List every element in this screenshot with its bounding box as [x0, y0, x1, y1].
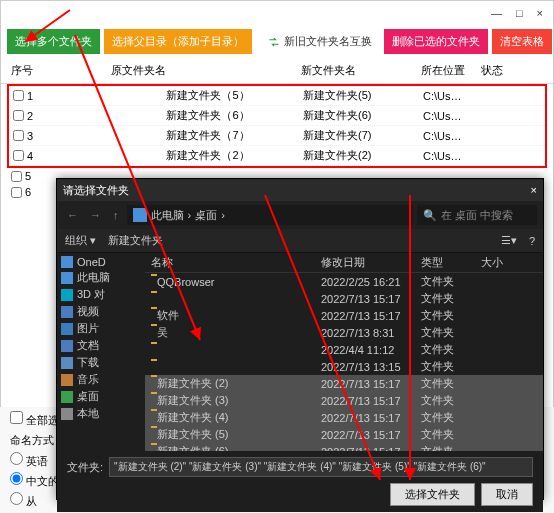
dialog-sidebar: OneD此电脑3D 对视频图片文档下载音乐桌面本地	[57, 253, 145, 451]
ico-3d-icon	[61, 289, 73, 301]
nav-up-icon[interactable]: ↑	[109, 207, 123, 223]
lang-en-radio[interactable]: 英语	[10, 452, 48, 469]
dialog-title: 请选择文件夹	[63, 183, 129, 198]
clear-table-button[interactable]: 清空表格	[492, 29, 552, 54]
naming-label: 命名方式	[10, 433, 54, 448]
file-row[interactable]: 新建文件夹 (3)2022/7/13 15:17文件夹	[145, 392, 543, 409]
sidebar-item[interactable]: 本地	[57, 405, 145, 422]
from-radio[interactable]: 从	[10, 492, 37, 509]
sidebar-item[interactable]: 音乐	[57, 371, 145, 388]
sidebar-item[interactable]: 视频	[57, 303, 145, 320]
col-location: 所在位置	[417, 60, 477, 81]
ico-desk-icon	[61, 391, 73, 403]
sidebar-item[interactable]: 3D 对	[57, 286, 145, 303]
file-row[interactable]: 吴2022/7/13 8:31文件夹	[145, 324, 543, 341]
col-old-name: 原文件夹名	[107, 60, 297, 81]
file-row[interactable]: QQBrowser2022/2/25 16:21文件夹	[145, 273, 543, 290]
ico-music-icon	[61, 374, 73, 386]
ico-down-icon	[61, 357, 73, 369]
col-status: 状态	[477, 60, 517, 81]
select-parent-dir-button[interactable]: 选择父目录（添加子目录）	[104, 29, 252, 54]
search-icon: 🔍	[423, 209, 437, 222]
file-list-header: 名称 修改日期 类型 大小	[145, 253, 543, 273]
dialog-bottom: 文件夹: 选择文件夹 取消	[57, 451, 543, 512]
sidebar-item[interactable]: 此电脑	[57, 269, 145, 286]
table-row[interactable]: 1新建文件夹（5）新建文件夹(5)C:\Us…	[9, 86, 545, 106]
sidebar-item[interactable]: 桌面	[57, 388, 145, 405]
minimize-button[interactable]: —	[491, 7, 502, 19]
file-row[interactable]: 新建文件夹 (6)2022/7/13 15:17文件夹	[145, 443, 543, 451]
swap-icon	[268, 36, 280, 48]
row-checkbox[interactable]	[13, 90, 24, 101]
dialog-title-bar: 请选择文件夹 ×	[57, 179, 543, 201]
title-bar: — □ ×	[1, 1, 553, 25]
select-folder-ok-button[interactable]: 选择文件夹	[390, 483, 475, 506]
file-list: 名称 修改日期 类型 大小 QQBrowser2022/2/25 16:21文件…	[145, 253, 543, 451]
row-checkbox[interactable]	[11, 171, 22, 182]
file-row[interactable]: 新建文件夹 (5)2022/7/13 15:17文件夹	[145, 426, 543, 443]
nav-fwd-icon[interactable]: →	[86, 207, 105, 223]
file-row[interactable]: 2022/7/13 15:17文件夹	[145, 290, 543, 307]
table-row[interactable]: 4新建文件夹（2）新建文件夹(2)C:\Us…	[9, 146, 545, 166]
table-row[interactable]: 3新建文件夹（7）新建文件夹(7)C:\Us…	[9, 126, 545, 146]
col-new-name: 新文件夹名	[297, 60, 417, 81]
table-header: 序号 原文件夹名 新文件夹名 所在位置 状态	[1, 58, 553, 84]
row-checkbox[interactable]	[11, 187, 22, 198]
lang-cn-radio[interactable]: 中文的	[10, 472, 59, 489]
ico-pic-icon	[61, 323, 73, 335]
row-checkbox[interactable]	[13, 150, 24, 161]
organize-menu[interactable]: 组织 ▾	[65, 233, 96, 248]
select-multi-folder-button[interactable]: 选择多个文件夹	[7, 29, 100, 54]
file-row[interactable]: 软件2022/7/13 15:17文件夹	[145, 307, 543, 324]
dialog-close-button[interactable]: ×	[531, 184, 537, 196]
sidebar-item[interactable]: OneD	[57, 255, 145, 269]
delete-selected-button[interactable]: 删除已选的文件夹	[384, 29, 488, 54]
row-checkbox[interactable]	[13, 110, 24, 121]
cancel-button[interactable]: 取消	[481, 483, 533, 506]
ico-cloud-icon	[61, 256, 73, 268]
close-button[interactable]: ×	[537, 7, 543, 19]
view-icon[interactable]: ☰▾	[501, 234, 517, 247]
row-checkbox[interactable]	[13, 130, 24, 141]
ico-video-icon	[61, 306, 73, 318]
col-seq: 序号	[7, 60, 47, 81]
filename-label: 文件夹:	[67, 460, 103, 475]
file-row[interactable]: 新建文件夹 (2)2022/7/13 15:17文件夹	[145, 375, 543, 392]
maximize-button[interactable]: □	[516, 7, 523, 19]
dialog-toolbar: 组织 ▾ 新建文件夹 ☰▾ ?	[57, 229, 543, 253]
breadcrumb[interactable]: 此电脑 › 桌面 ›	[127, 205, 414, 225]
file-row[interactable]: 2022/4/4 11:12文件夹	[145, 341, 543, 358]
ico-pc-icon	[61, 272, 73, 284]
file-row[interactable]: 2022/7/13 13:15文件夹	[145, 358, 543, 375]
swap-names-button[interactable]: 新旧文件夹名互换	[260, 29, 380, 54]
table-rows-highlighted: 1新建文件夹（5）新建文件夹(5)C:\Us…2新建文件夹（6）新建文件夹(6)…	[7, 84, 547, 168]
sidebar-item[interactable]: 文档	[57, 337, 145, 354]
folder-picker-dialog: 请选择文件夹 × ← → ↑ 此电脑 › 桌面 › 🔍 在 桌面 中搜索 组织 …	[56, 178, 544, 500]
file-row[interactable]: 新建文件夹 (4)2022/7/13 15:17文件夹	[145, 409, 543, 426]
ico-disk-icon	[61, 408, 73, 420]
main-toolbar: 选择多个文件夹 选择父目录（添加子目录） 新旧文件夹名互换 删除已选的文件夹 清…	[1, 25, 553, 58]
help-icon[interactable]: ?	[529, 235, 535, 247]
sidebar-item[interactable]: 图片	[57, 320, 145, 337]
sidebar-item[interactable]: 下载	[57, 354, 145, 371]
filename-input[interactable]	[109, 457, 533, 477]
search-box[interactable]: 🔍 在 桌面 中搜索	[417, 205, 537, 225]
ico-doc-icon	[61, 340, 73, 352]
dialog-nav: ← → ↑ 此电脑 › 桌面 › 🔍 在 桌面 中搜索	[57, 201, 543, 229]
pc-icon	[133, 208, 147, 222]
new-folder-button[interactable]: 新建文件夹	[108, 233, 163, 248]
table-row[interactable]: 2新建文件夹（6）新建文件夹(6)C:\Us…	[9, 106, 545, 126]
nav-back-icon[interactable]: ←	[63, 207, 82, 223]
